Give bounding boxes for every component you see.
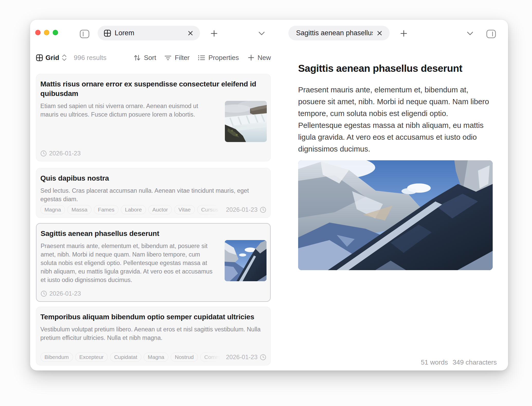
new-label: New	[258, 54, 271, 62]
tag-pill[interactable]: Bibendum	[40, 352, 73, 362]
tag-pill[interactable]: Massa	[67, 205, 91, 214]
clock-icon	[40, 150, 47, 157]
note-card-date: 2026-01-23	[40, 150, 81, 157]
note-title[interactable]: Sagittis aenean phasellus deserunt	[298, 63, 496, 74]
note-card-title: Sagittis aenean phasellus deserunt	[41, 229, 266, 238]
sort-arrows-icon	[133, 54, 141, 61]
note-card-title: Mattis risus ornare error ex suspendisse…	[40, 79, 266, 98]
note-card[interactable]: Temporibus aliquam bibendum optio semper…	[36, 307, 271, 365]
app-window: Lorem Sagittis aenean phasellus…	[30, 20, 508, 370]
tag-pill[interactable]: Vitae	[174, 205, 195, 214]
tab-overflow-left-button[interactable]	[257, 29, 266, 38]
plus-icon	[210, 30, 218, 37]
word-count-bar: 51 words 349 characters	[421, 358, 497, 366]
properties-list-icon	[198, 54, 205, 61]
tag-pill[interactable]: Commodo	[200, 352, 224, 362]
note-card-thumbnail-waterfall	[225, 101, 267, 142]
list-toolbar: Grid 996 results Sort Filter	[30, 51, 277, 64]
window-controls	[35, 30, 58, 35]
results-count: 996 results	[74, 51, 106, 64]
filter-button[interactable]: Filter	[164, 51, 190, 64]
view-mode-label: Grid	[45, 54, 59, 62]
sort-button[interactable]: Sort	[133, 51, 156, 64]
toggle-right-panel-button[interactable]	[485, 29, 497, 39]
new-note-button[interactable]: New	[247, 51, 271, 64]
character-count: 349 characters	[453, 358, 497, 366]
sidebar-right-icon	[486, 30, 496, 38]
toggle-left-sidebar-button[interactable]	[79, 29, 90, 39]
tag-pill[interactable]: Cursus	[197, 205, 223, 214]
note-card[interactable]: Quis dapibus nostraSed lectus. Cras plac…	[36, 168, 271, 218]
note-card-date: 2026-01-23	[41, 290, 81, 297]
minimize-window-button[interactable]	[44, 30, 49, 35]
grid-icon	[36, 54, 43, 61]
tag-pill[interactable]: Nostrud	[171, 352, 198, 362]
tag-pill[interactable]: Excepteur	[75, 352, 108, 362]
close-tab-button[interactable]	[376, 29, 383, 37]
tag-list: MagnaMassaFamesLaboreAuctorVitaeCursus	[40, 205, 224, 214]
date-label: 2026-01-23	[226, 354, 258, 361]
chevron-down-icon	[258, 31, 265, 36]
tab-sagittis[interactable]: Sagittis aenean phasellus…	[288, 26, 390, 40]
zoom-window-button[interactable]	[53, 30, 58, 35]
word-count: 51 words	[421, 358, 448, 366]
tab-lorem[interactable]: Lorem	[98, 26, 200, 40]
note-card-title: Quis dapibus nostra	[40, 173, 266, 183]
grid-icon	[104, 30, 111, 37]
note-card-thumbnail-mountain	[225, 240, 267, 281]
note-card-title: Temporibus aliquam bibendum optio semper…	[40, 312, 266, 322]
tag-pill[interactable]: Auctor	[148, 205, 172, 214]
note-image[interactable]	[298, 160, 493, 270]
tag-pill[interactable]: Magna	[144, 352, 168, 362]
tab-label: Sagittis aenean phasellus…	[296, 29, 373, 37]
close-tab-button[interactable]	[187, 29, 194, 37]
date-label: 2026-01-23	[49, 290, 81, 297]
tag-pill[interactable]: Labore	[121, 205, 146, 214]
filter-label: Filter	[175, 54, 190, 62]
mountain-photo	[298, 160, 493, 270]
sort-label: Sort	[144, 54, 156, 62]
plus-icon	[247, 54, 255, 61]
chevron-down-icon	[467, 31, 473, 36]
properties-label: Properties	[208, 54, 239, 62]
close-window-button[interactable]	[35, 30, 41, 35]
date-label: 2026-01-23	[49, 150, 81, 157]
note-card-meta-row: MagnaMassaFamesLaboreAuctorVitaeCursus20…	[40, 205, 266, 214]
date-label: 2026-01-23	[226, 206, 258, 213]
plus-icon	[400, 30, 408, 37]
chevron-up-down-icon	[62, 54, 67, 61]
close-icon	[377, 30, 382, 36]
close-icon	[188, 30, 193, 36]
clock-icon	[41, 290, 47, 297]
note-card-snippet: Vestibulum volutpat pretium libero. Aene…	[40, 325, 266, 342]
note-card[interactable]: Sagittis aenean phasellus deseruntPraese…	[36, 223, 271, 302]
new-tab-left-button[interactable]	[209, 29, 219, 38]
clock-icon	[260, 354, 266, 360]
new-tab-right-button[interactable]	[399, 29, 408, 38]
note-card-snippet: Sed lectus. Cras placerat accumsan nulla…	[40, 187, 266, 204]
note-card-meta-row: BibendumExcepteurCupidatatMagnaNostrudCo…	[40, 352, 266, 362]
properties-button[interactable]: Properties	[198, 51, 239, 64]
tab-label: Lorem	[115, 29, 183, 37]
note-body[interactable]: Praesent mauris ante, elementum et, bibe…	[298, 84, 494, 155]
tag-pill[interactable]: Magna	[40, 205, 65, 214]
tag-pill[interactable]: Fames	[94, 205, 118, 214]
view-switcher[interactable]: Grid	[36, 51, 67, 64]
clock-icon	[260, 207, 266, 213]
sidebar-left-icon	[80, 30, 89, 38]
note-card[interactable]: Mattis risus ornare error ex suspendisse…	[36, 74, 271, 161]
tag-list: BibendumExcepteurCupidatatMagnaNostrudCo…	[40, 352, 224, 362]
filter-icon	[164, 54, 172, 61]
tag-pill[interactable]: Cupidatat	[110, 352, 141, 362]
tab-overflow-right-button[interactable]	[466, 29, 474, 38]
